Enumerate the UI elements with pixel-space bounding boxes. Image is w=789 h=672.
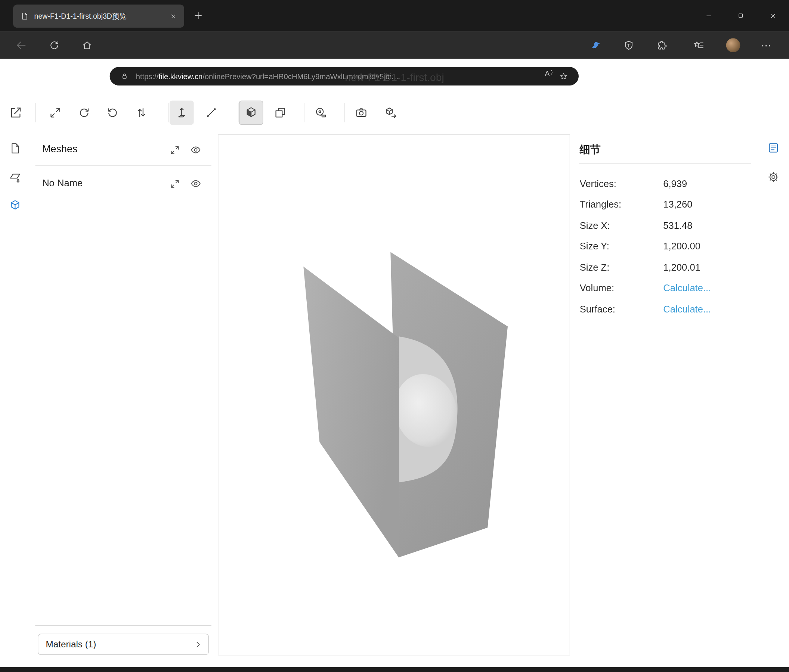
maximize-button[interactable]: [725, 0, 757, 31]
detail-row-size-z: Size Z: 1,200.01: [580, 257, 751, 278]
up-axis-icon: [175, 106, 188, 119]
rotate-cw-icon: [77, 106, 90, 119]
browser-titlebar: new-F1-D1-1-first.obj3D预览: [0, 0, 789, 31]
details-list-icon: [767, 142, 779, 154]
export-model-icon: [385, 106, 398, 119]
zoom-to-all-button[interactable]: [168, 144, 180, 156]
browser-tab[interactable]: new-F1-D1-1-first.obj3D预览: [13, 5, 184, 28]
more-menu-icon[interactable]: ⋯: [759, 38, 774, 53]
minimize-button[interactable]: [692, 0, 724, 31]
3d-canvas[interactable]: [219, 135, 570, 655]
details-header: 细节: [580, 142, 601, 156]
measure-line-button[interactable]: [199, 100, 224, 125]
meshes-header: Meshes: [42, 143, 77, 155]
camera-icon: [355, 106, 368, 119]
open-model-button[interactable]: [3, 100, 28, 125]
shield-extension-icon[interactable]: [622, 39, 635, 52]
refresh-icon[interactable]: [48, 38, 62, 52]
toolbar-divider: [238, 103, 238, 122]
browser-window: new-F1-D1-1-first.obj3D预览: [0, 0, 789, 672]
details-rows: Vertices: 6,939 Triangles: 13,260 Size X…: [580, 174, 751, 320]
home-icon[interactable]: [80, 38, 94, 52]
materials-expander[interactable]: Materials (1): [38, 634, 209, 655]
tape-measure-button[interactable]: [309, 100, 333, 125]
fit-view-button[interactable]: [43, 100, 68, 125]
toolbar-divider: [35, 103, 35, 122]
materials-icon: [9, 171, 21, 183]
model-filename-title: new-F1-D1-1-first.obj: [0, 71, 789, 83]
settings-gear-icon: [767, 171, 779, 183]
calculate-volume-link[interactable]: Calculate...: [663, 283, 711, 294]
panel-divider: [579, 163, 751, 164]
rotate-ccw-icon: [106, 106, 119, 119]
chevron-right-icon: [193, 640, 202, 649]
model-cube-icon: [9, 199, 21, 211]
tape-measure-icon: [315, 106, 327, 119]
cube-half-shaded-icon: [245, 106, 258, 119]
up-axis-button[interactable]: [169, 100, 194, 125]
panel-divider: [35, 625, 211, 626]
model-plane-left: [303, 267, 399, 558]
new-tab-button[interactable]: [192, 9, 205, 22]
fullscreen-icon: [49, 106, 62, 119]
screenshot-root: new-F1-D1-1-first.obj3D预览: [0, 0, 789, 672]
bird-extension-icon[interactable]: [590, 39, 603, 52]
detail-row-volume: Volume: Calculate...: [580, 278, 751, 299]
3d-viewport[interactable]: [218, 134, 570, 656]
detail-row-vertices: Vertices: 6,939: [580, 174, 751, 194]
materials-label: Materials (1): [46, 639, 193, 650]
expand-arrows-icon: [169, 178, 180, 189]
expand-arrows-icon: [169, 145, 180, 155]
shaded-view-button[interactable]: [239, 100, 264, 125]
rotate-cw-button[interactable]: [72, 100, 96, 125]
detail-row-surface: Surface: Calculate...: [580, 299, 751, 320]
screenshot-button[interactable]: [349, 100, 374, 125]
browser-navbar: https://file.kkview.cn/onlinePreview?url…: [0, 31, 789, 59]
flip-vertical-icon: [135, 106, 148, 119]
tab-title: new-F1-D1-1-first.obj3D预览: [34, 11, 168, 21]
extensions-puzzle-icon[interactable]: [655, 39, 668, 52]
detail-row-triangles: Triangles: 13,260: [580, 194, 751, 215]
back-icon[interactable]: [14, 38, 29, 52]
toolbar-divider: [344, 103, 345, 122]
panel-divider: [35, 166, 211, 166]
detail-row-size-y: Size Y: 1,200.00: [580, 236, 751, 257]
eye-icon: [190, 145, 201, 156]
toggle-mesh-visibility-button[interactable]: [190, 178, 202, 189]
favorites-hub-icon[interactable]: [692, 39, 705, 52]
window-controls: [692, 0, 789, 31]
toolbar-divider: [168, 103, 168, 122]
materials-tab[interactable]: [9, 170, 22, 184]
detail-row-size-x: Size X: 531.48: [580, 215, 751, 236]
open-model-icon: [9, 106, 22, 119]
settings-tab[interactable]: [767, 170, 780, 184]
calculate-surface-link[interactable]: Calculate...: [663, 304, 711, 315]
measure-line-icon: [205, 106, 218, 119]
toolbar-divider: [304, 103, 305, 122]
export-model-button[interactable]: [379, 100, 403, 125]
model-tree-tab[interactable]: [9, 199, 22, 212]
toggle-all-visibility-button[interactable]: [190, 144, 202, 156]
details-view-tab[interactable]: [767, 142, 780, 154]
flip-vertical-button[interactable]: [129, 100, 153, 125]
page-favicon-icon: [20, 11, 29, 21]
window-bottom-edge: [0, 667, 789, 672]
rotate-ccw-button[interactable]: [101, 100, 125, 125]
eye-icon: [190, 178, 201, 189]
tab-close-icon[interactable]: [167, 10, 179, 22]
box-outline-icon: [274, 106, 287, 119]
close-button[interactable]: [757, 0, 789, 31]
mesh-name: No Name: [42, 178, 83, 189]
file-info-tab[interactable]: [9, 142, 22, 155]
zoom-to-mesh-button[interactable]: [168, 178, 180, 189]
file-page-icon: [9, 142, 21, 154]
wireframe-view-button[interactable]: [268, 100, 292, 125]
profile-avatar[interactable]: [726, 38, 740, 52]
